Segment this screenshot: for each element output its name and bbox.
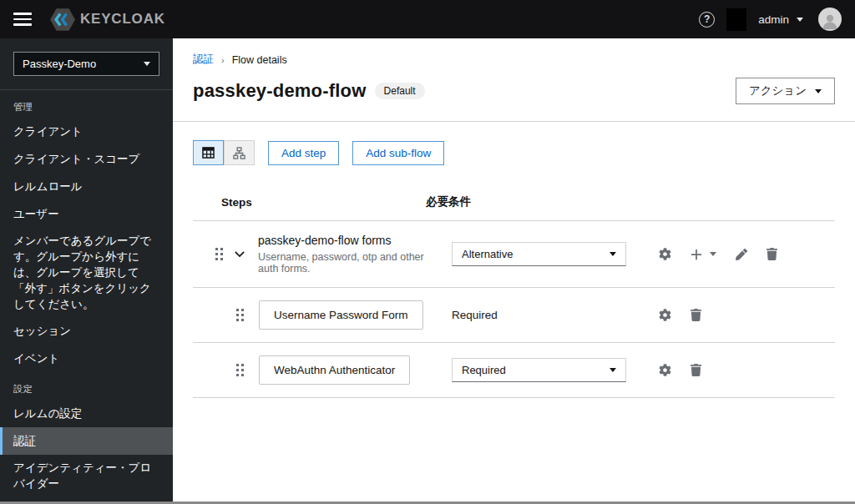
requirement-value: Required — [452, 309, 498, 321]
add-step-split-button[interactable] — [691, 249, 716, 260]
sidebar-item-authentication[interactable]: 認証 — [0, 427, 173, 455]
trash-icon — [691, 309, 701, 321]
sidebar-item-groups[interactable]: メンバーであるグループです。グループから外すには、グループを選択して「外す」ボタ… — [0, 228, 173, 317]
requirement-value: Required — [462, 364, 506, 376]
redacted-box — [726, 8, 746, 31]
chevron-down-icon — [610, 252, 616, 256]
page-title: passkey-demo-flow — [193, 80, 367, 102]
sidebar-item-events[interactable]: イベント — [0, 345, 173, 372]
table-view-toggle[interactable] — [193, 140, 224, 165]
trash-icon — [691, 364, 701, 376]
flow-details-panel: Add step Add sub-flow Steps 必要条件 — [173, 122, 855, 416]
sidebar-item-clients[interactable]: クライアント — [0, 118, 173, 145]
realm-name: Passkey-Demo — [23, 58, 96, 70]
actions-dropdown-button[interactable]: アクション — [736, 78, 835, 104]
main-content: 認証 › Flow details passkey-demo-flow Defa… — [173, 38, 855, 504]
sidebar: Passkey-Demo 管理 クライアント クライアント・スコープ レルムロー… — [0, 38, 173, 504]
realm-selector[interactable]: Passkey-Demo — [13, 52, 159, 76]
delete-button[interactable] — [766, 248, 777, 260]
add-step-button[interactable]: Add step — [268, 141, 339, 165]
sidebar-item-realm-settings[interactable]: レルムの設定 — [0, 400, 173, 427]
drag-handle-icon[interactable] — [236, 309, 244, 321]
actions-label: アクション — [749, 83, 807, 98]
steps-column-header: Steps — [193, 196, 426, 209]
gear-icon — [659, 309, 671, 321]
table-header-row: Steps 必要条件 — [193, 184, 835, 221]
person-icon — [820, 11, 840, 31]
keycloak-admin-console: KEYCLOAK ? admin Passkey-Demo — [0, 0, 855, 504]
nav-toggle-icon[interactable] — [13, 13, 32, 26]
keycloak-logo: KEYCLOAK — [50, 8, 165, 31]
plus-icon — [691, 249, 702, 260]
masthead: KEYCLOAK ? admin — [0, 0, 855, 38]
delete-button[interactable] — [691, 364, 701, 376]
chevron-down-icon[interactable] — [235, 250, 245, 258]
chevron-down-icon — [610, 368, 616, 372]
help-icon[interactable]: ? — [699, 12, 715, 28]
chevron-down-icon — [797, 18, 803, 22]
page-header: 認証 › Flow details passkey-demo-flow Defa… — [173, 38, 855, 122]
sidebar-item-users[interactable]: ユーザー — [0, 200, 173, 228]
chevron-down-icon — [710, 252, 716, 256]
add-subflow-button[interactable]: Add sub-flow — [352, 141, 444, 165]
default-badge: Default — [375, 83, 425, 99]
settings-button[interactable] — [659, 309, 671, 321]
user-name: admin — [758, 13, 789, 26]
step-node[interactable]: WebAuthn Authenticator — [259, 355, 410, 385]
trash-icon — [766, 248, 777, 260]
step-node[interactable]: Username Password Form — [259, 300, 423, 330]
drag-handle-icon[interactable] — [236, 364, 244, 376]
sidebar-nav: 管理 クライアント クライアント・スコープ レルムロール ユーザー メンバーであ… — [0, 90, 173, 504]
breadcrumb-authentication-link[interactable]: 認証 — [193, 53, 214, 67]
step-info: passkey-demo-flow forms Username, passwo… — [258, 234, 426, 275]
breadcrumb-current: Flow details — [232, 54, 287, 66]
view-toggle-group — [193, 140, 255, 165]
flow-toolbar: Add step Add sub-flow — [193, 140, 835, 165]
edit-button[interactable] — [736, 249, 747, 260]
requirement-column-header: 必要条件 — [426, 194, 647, 209]
subflow-description: Username, password, otp and other auth f… — [258, 251, 426, 275]
tree-diagram-icon — [233, 147, 245, 159]
table-row: WebAuthn Authenticator Required — [193, 343, 835, 398]
requirement-value: Alternative — [462, 248, 513, 260]
gear-icon — [659, 248, 671, 260]
diagram-view-toggle[interactable] — [224, 140, 255, 165]
chevron-down-icon — [815, 89, 822, 93]
table-row: passkey-demo-flow forms Username, passwo… — [193, 221, 835, 288]
sidebar-item-client-scopes[interactable]: クライアント・スコープ — [0, 145, 173, 173]
flow-steps-table: Steps 必要条件 — [193, 184, 835, 398]
nav-section-manage: 管理 — [0, 90, 173, 118]
delete-button[interactable] — [691, 309, 701, 321]
breadcrumb: 認証 › Flow details — [193, 53, 835, 67]
pencil-icon — [736, 249, 747, 260]
settings-button[interactable] — [659, 248, 671, 260]
keycloak-hexagon-icon — [50, 8, 75, 31]
gear-icon — [659, 364, 671, 376]
chevron-down-icon — [144, 62, 150, 66]
requirement-select[interactable]: Alternative — [452, 242, 626, 266]
user-dropdown[interactable]: admin — [758, 13, 803, 26]
table-row: Username Password Form Required — [193, 288, 835, 343]
subflow-name: passkey-demo-flow forms — [258, 234, 426, 247]
realm-selector-block: Passkey-Demo — [0, 38, 173, 90]
sidebar-item-realm-roles[interactable]: レルムロール — [0, 173, 173, 200]
table-icon — [202, 147, 215, 159]
sidebar-item-sessions[interactable]: セッション — [0, 317, 173, 345]
nav-section-configure: 設定 — [0, 372, 173, 400]
breadcrumb-separator: › — [221, 55, 225, 65]
drag-handle-icon[interactable] — [215, 248, 223, 260]
requirement-select[interactable]: Required — [452, 358, 626, 382]
brand-text: KEYCLOAK — [80, 11, 165, 28]
sidebar-item-identity-providers[interactable]: アイデンティティー・プロバイダー — [0, 455, 173, 496]
settings-button[interactable] — [659, 364, 671, 376]
avatar[interactable] — [818, 8, 842, 31]
